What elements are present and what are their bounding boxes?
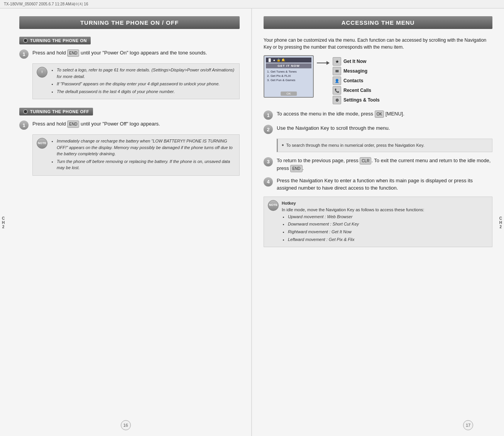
note-box-off: NOTE Immediately change or recharge the … xyxy=(32,134,240,176)
bullet-note: • xyxy=(282,142,284,148)
clr-key-icon: CLR xyxy=(360,157,371,165)
menu-icon-3: 📞 xyxy=(333,86,341,95)
menu-label-0: Get It Now xyxy=(343,59,366,64)
page-num-left: 16 xyxy=(121,420,131,430)
step-circle-right-4: 4 xyxy=(264,177,273,187)
phone-screen: ▐▌ ▲ 🔒 🔔 GET IT NOW 1. Get Tunes & Tones… xyxy=(264,55,314,98)
menu-item-1: ✉ Messaging xyxy=(333,67,380,75)
step-right-1: 1 To access the menu in the idle mode, p… xyxy=(264,110,492,120)
step2-note: • To search through the menu in numerica… xyxy=(277,139,492,152)
end-key-icon-r: END xyxy=(290,165,302,172)
phone-screen-item-1: 1. Get Tunes & Tones xyxy=(266,70,311,74)
menu-item-0: ★ Get It Now xyxy=(333,57,380,66)
note-content-off: Immediately change or recharge the batte… xyxy=(51,138,235,172)
page-num-right: 17 xyxy=(463,420,473,430)
hotkey-item-3: Rightward movement : Get It Now xyxy=(288,229,424,236)
note-item-on-3: The default password is the last 4 digit… xyxy=(57,88,235,95)
menu-icon-2: 👤 xyxy=(333,76,341,85)
phone-screen-title: GET IT NOW xyxy=(266,63,311,68)
note-box-on: ! To select a logo, refer to page 61 for… xyxy=(32,63,240,99)
menu-item-2: 👤 Contacts xyxy=(333,76,380,85)
step-off-1: 1 Press and hold END until your "Power O… xyxy=(19,120,240,130)
menu-illustration: ▐▌ ▲ 🔒 🔔 GET IT NOW 1. Get Tunes & Tones… xyxy=(264,55,492,104)
hotkey-title: Hotkey xyxy=(282,201,296,205)
note-icon-on: ! xyxy=(37,67,47,78)
menu-icon-0: ★ xyxy=(333,57,341,66)
ok-key-icon: OK xyxy=(375,110,384,118)
ch-marker-right: C H 2 xyxy=(499,216,502,229)
left-section-title: TURNING THE PHONE ON / OFF xyxy=(19,16,240,29)
step-text-right-3: To return to the previous page, press CL… xyxy=(277,157,492,172)
step-right-2: 2 Use the Navigation Key to scroll throu… xyxy=(264,124,492,134)
note-icon-hotkey: NOTE xyxy=(268,200,279,211)
hotkey-item-4: Leftward movement : Get Pix & Flix xyxy=(288,236,424,243)
end-key-icon-off: END xyxy=(67,120,79,128)
right-content: ACCESSING THE MENU Your phone can be cus… xyxy=(252,8,504,255)
step-right-3: 3 To return to the previous page, press … xyxy=(264,157,492,172)
subsection-off-title: TURNING THE PHONE OFF xyxy=(19,108,93,115)
note-item-off-2: Turn the phone off before removing or re… xyxy=(57,158,235,171)
phone-screen-header: ▐▌ ▲ 🔒 🔔 xyxy=(266,58,311,63)
menu-label-4: Settings & Tools xyxy=(343,97,380,103)
note-icon-off: NOTE xyxy=(37,138,47,149)
step-text-off-1: Press and hold END until your "Power Off… xyxy=(32,120,240,128)
step-text-right-1: To access the menu in the idle mode, pre… xyxy=(277,110,492,118)
end-key-icon-on: END xyxy=(67,49,79,57)
menu-item-3: 📞 Recent Calls xyxy=(333,86,380,95)
menu-arrow xyxy=(317,61,330,65)
note-item-off-1: Immediately change or recharge the batte… xyxy=(57,138,235,157)
menu-item-4: ⚙ Settings & Tools xyxy=(333,96,380,104)
step-circle-on-1: 1 xyxy=(19,49,29,59)
phone-screen-item-3: 3. Get Fun & Games xyxy=(266,78,311,82)
hotkey-item-2: Downward movement : Short Cut Key xyxy=(288,221,424,228)
hotkey-box: NOTE Hotkey In idle mode, move the Navig… xyxy=(264,197,492,248)
note-item-on-2: If "Password" appears on the display ent… xyxy=(57,81,235,87)
step-circle-right-2: 2 xyxy=(264,125,273,134)
menu-list: ★ Get It Now ✉ Messaging 👤 Contacts 📞 Re… xyxy=(333,57,380,104)
arrow-line xyxy=(317,63,326,63)
intro-text: Your phone can be customized via the men… xyxy=(264,37,492,51)
right-section-title: ACCESSING THE MENU xyxy=(264,16,492,29)
page-header: TX-180VW_050607 2005.6.7 11:28 AM페이지 16 xyxy=(0,0,504,8)
hotkey-item-1: Upward movement : Web Browser xyxy=(288,214,424,221)
step-right-4: 4 Press the Navigation Key to enter a fu… xyxy=(264,177,492,192)
right-panel: C H 2 ACCESSING THE MENU Your phone can … xyxy=(252,8,504,436)
arrow-head xyxy=(326,61,330,65)
left-content: TURNING THE PHONE ON / OFF TURNING THE P… xyxy=(0,8,251,188)
menu-label-3: Recent Calls xyxy=(343,88,371,93)
hotkey-content: Hotkey In idle mode, move the Navigation… xyxy=(282,200,424,244)
bullet-icon-off xyxy=(23,109,28,114)
phone-screen-item-2: 2. Get Pix & FLIX xyxy=(266,74,311,78)
step-circle-right-1: 1 xyxy=(264,110,273,120)
bullet-icon xyxy=(23,38,28,43)
step-text-right-4: Press the Navigation Key to enter a func… xyxy=(277,177,492,192)
step-text-right-2: Use the Navigation Key to scroll through… xyxy=(277,124,492,132)
main-container: C H 2 TURNING THE PHONE ON / OFF TURNING… xyxy=(0,8,504,436)
menu-label-1: Messaging xyxy=(343,68,367,74)
note-content-on: To select a logo, refer to page 61 for m… xyxy=(51,67,235,96)
hotkey-intro: In idle mode, move the Navigation Key as… xyxy=(282,207,424,212)
menu-label-2: Contacts xyxy=(343,78,363,83)
note-item-on-1: To select a logo, refer to page 61 for m… xyxy=(57,67,235,80)
header-text: TX-180VW_050607 2005.6.7 11:28 AM페이지 16 xyxy=(4,2,88,7)
menu-icon-1: ✉ xyxy=(333,67,341,75)
ch-marker-left: C H 2 xyxy=(2,216,5,229)
menu-icon-4: ⚙ xyxy=(333,96,341,104)
step-on-1: 1 Press and hold END until your "Power O… xyxy=(19,49,240,59)
step-text-on-1: Press and hold END until your "Power On"… xyxy=(32,49,240,57)
left-panel: C H 2 TURNING THE PHONE ON / OFF TURNING… xyxy=(0,8,252,436)
phone-screen-btn: OK xyxy=(281,92,297,96)
subsection-on-title: TURNING THE PHONE ON xyxy=(19,37,91,44)
step-circle-right-3: 3 xyxy=(264,157,273,166)
step-circle-off-1: 1 xyxy=(19,120,29,130)
